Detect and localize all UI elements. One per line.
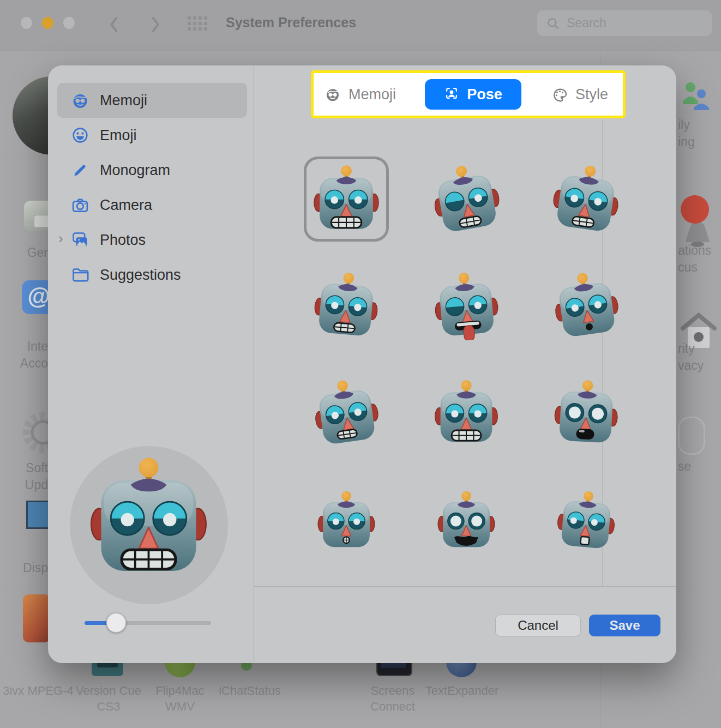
page-title: System Preferences: [226, 15, 356, 31]
avatar-preview-robot: [85, 454, 213, 584]
cancel-button[interactable]: Cancel: [495, 615, 581, 636]
avatar-zoom-slider[interactable]: [85, 621, 211, 625]
back-icon[interactable]: [107, 15, 121, 34]
pose-option-4[interactable]: [311, 270, 381, 340]
pose-option-10[interactable]: [315, 489, 378, 552]
background-app-label: Ger: [27, 244, 48, 261]
tab-label: Memoji: [349, 86, 396, 103]
pose-option-11[interactable]: [435, 489, 498, 552]
search-icon: [546, 16, 560, 31]
pose-option-2[interactable]: [430, 163, 502, 235]
zoom-window-button[interactable]: [63, 17, 75, 29]
footer-divider: [254, 586, 676, 587]
sidebar-item-suggestions[interactable]: Suggestions: [57, 257, 247, 292]
pose-frame-icon: [444, 86, 459, 103]
background-app-label: Soft Upd: [25, 460, 48, 494]
sidebar-item-label: Monogram: [100, 162, 170, 179]
folder-icon: [70, 265, 90, 285]
tab-memoji[interactable]: Memoji: [325, 73, 396, 116]
window-toolbar: System Preferences Search: [0, 0, 721, 51]
photos-icon: [70, 230, 90, 250]
mpeg4-icon: [23, 594, 50, 642]
background-app-label: rity vacy: [678, 340, 704, 374]
background-app-label: Version Cue CS3: [76, 683, 141, 714]
tab-label: Style: [575, 86, 608, 103]
pose-option-12[interactable]: [555, 489, 618, 552]
tab-style[interactable]: Style: [551, 73, 608, 116]
sidebar-item-label: Camera: [100, 197, 152, 214]
pose-option-1-selected[interactable]: [310, 163, 382, 235]
sidebar-item-camera[interactable]: Camera: [57, 188, 247, 222]
pose-option-3[interactable]: [550, 163, 622, 235]
sidebar-item-photos[interactable]: › Photos: [57, 222, 247, 257]
background-app-label: TextExpander: [425, 683, 499, 699]
pencil-icon: [70, 160, 90, 180]
search-placeholder: Search: [567, 16, 606, 31]
pose-option-9[interactable]: [551, 378, 621, 448]
pose-option-6[interactable]: [551, 270, 621, 340]
pose-option-7[interactable]: [311, 378, 381, 448]
background-app-label: Inte Acco: [20, 338, 48, 372]
background-app-label: ations cus: [678, 242, 711, 276]
family-sharing-icon: [680, 79, 712, 113]
pose-option-5[interactable]: [431, 270, 501, 340]
memoji-face-icon: [325, 86, 341, 103]
camera-icon: [70, 195, 90, 215]
tab-bar-annotation-highlight: Memoji Pose Style: [311, 70, 626, 118]
palette-icon: [551, 86, 568, 103]
sidebar-item-monogram[interactable]: Monogram: [57, 153, 247, 188]
mouse-icon: [678, 417, 705, 455]
pose-option-8[interactable]: [431, 378, 501, 448]
background-app-label: iChatStatus: [219, 683, 281, 699]
sidebar-item-label: Photos: [100, 232, 146, 249]
disclosure-chevron-icon[interactable]: ›: [58, 230, 63, 247]
background-app-label: 3ivx MPEG-4: [3, 683, 74, 699]
save-button[interactable]: Save: [589, 615, 660, 636]
avatar-picker-dialog: Memoji Emoji Monogram Camera› Photos Sug…: [48, 65, 676, 663]
background-app-label: Screens Connect: [370, 683, 415, 714]
background-app-label: Disp: [23, 559, 48, 576]
sidebar-item-emoji[interactable]: Emoji: [57, 118, 247, 153]
sidebar-divider: [254, 65, 254, 663]
background-app-label: ily ing: [678, 117, 695, 151]
slider-knob[interactable]: [106, 613, 126, 633]
tab-pose[interactable]: Pose: [425, 79, 521, 110]
background-app-label: se: [678, 458, 691, 475]
minimize-window-button[interactable]: [42, 17, 53, 29]
show-all-grid-icon[interactable]: [188, 16, 208, 32]
search-input[interactable]: Search: [537, 10, 712, 36]
sidebar-item-label: Emoji: [100, 127, 137, 144]
memoji-face-icon: [70, 91, 90, 110]
tab-label: Pose: [467, 86, 502, 103]
close-window-button[interactable]: [21, 17, 32, 29]
sidebar-item-label: Suggestions: [100, 267, 181, 284]
sidebar-item-label: Memoji: [100, 92, 147, 109]
forward-icon[interactable]: [148, 15, 163, 34]
emoji-smiley-icon: [70, 125, 90, 145]
background-app-label: Flip4Mac WMV: [155, 683, 204, 714]
sidebar-item-memoji[interactable]: Memoji: [57, 83, 247, 118]
